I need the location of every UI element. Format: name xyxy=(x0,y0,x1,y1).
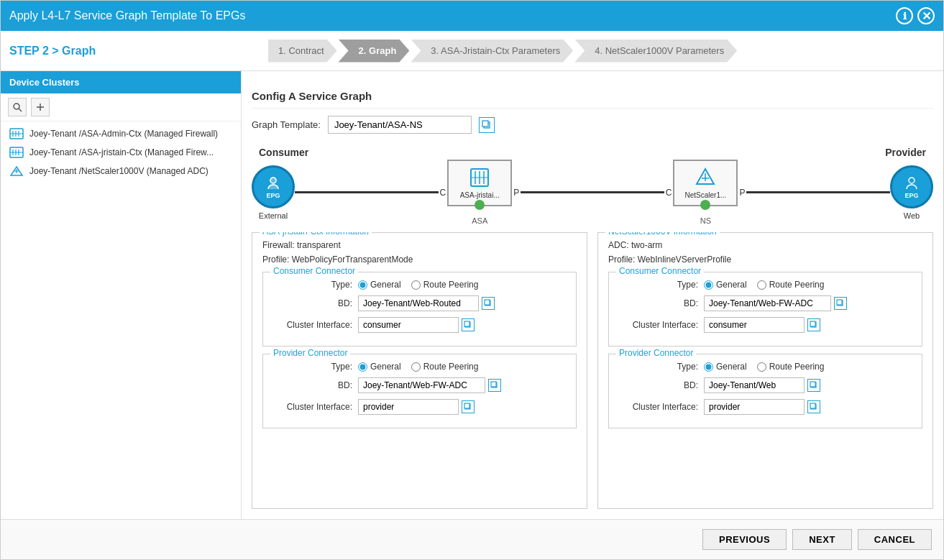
ns-provider-cluster-label: Cluster Interface: xyxy=(619,402,698,412)
sidebar-item-1[interactable]: Joey-Tenant /ASA-jristain-Ctx (Managed F… xyxy=(1,143,241,162)
ns-provider-route-radio[interactable] xyxy=(757,362,766,372)
info-icon[interactable]: ℹ xyxy=(896,7,913,24)
device-ns-status-dot xyxy=(700,200,710,210)
ns-provider-bd-select[interactable]: Joey-Tenant/Web xyxy=(704,377,805,393)
wizard-step-contract[interactable]: 1. Contract xyxy=(268,40,337,63)
asa-provider-bd-copy[interactable] xyxy=(488,379,501,392)
sidebar-item-0[interactable]: Joey-Tenant /ASA-Admin-Ctx (Managed Fire… xyxy=(1,124,241,143)
asa-provider-route-radio[interactable] xyxy=(411,362,421,372)
ns-provider-general-option[interactable]: General xyxy=(704,362,747,372)
graph-template-select[interactable]: Joey-Tenant/ASA-NS xyxy=(328,116,472,134)
asa-consumer-general-radio[interactable] xyxy=(358,280,367,290)
ns-consumer-cluster-select[interactable]: consumer xyxy=(704,317,805,333)
wizard-step-netscaler[interactable]: 4. NetScaler1000V Parameters xyxy=(574,40,737,63)
asa-provider-route-option[interactable]: Route Peering xyxy=(411,362,479,372)
next-button[interactable]: NEXT xyxy=(792,529,852,550)
ns-provider-type-radios: General Route Peering xyxy=(704,362,824,372)
close-icon[interactable]: ✕ xyxy=(917,7,935,24)
asa-consumer-cluster-select[interactable]: consumer xyxy=(358,317,459,333)
ns-consumer-cluster-label: Cluster Interface: xyxy=(619,320,698,330)
ns-consumer-route-radio[interactable] xyxy=(757,280,766,290)
step-header: STEP 2 > Graph 1. Contract 2. Graph 3. A… xyxy=(1,31,943,71)
epg-consumer: EPG External xyxy=(252,165,295,220)
ns-panel-title: NetScaler1000V Information xyxy=(605,232,720,237)
svg-point-29 xyxy=(909,178,915,183)
ns-consumer-type-radios: General Route Peering xyxy=(704,280,824,290)
asa-consumer-bd-copy[interactable] xyxy=(482,297,495,310)
ns-consumer-general-radio[interactable] xyxy=(704,280,713,290)
asa-provider-bd-select[interactable]: Joey-Tenant/Web-FW-ADC xyxy=(358,377,485,393)
asa-provider-type-row: Type: General Route Peering xyxy=(273,362,566,372)
asa-provider-cluster-select[interactable]: provider xyxy=(358,399,459,415)
graph-template-copy-icon[interactable] xyxy=(479,117,495,133)
asa-consumer-type-radios: General Route Peering xyxy=(358,280,478,290)
asa-provider-cluster-copy[interactable] xyxy=(462,400,475,413)
footer: PREVIOUS NEXT CANCEL xyxy=(1,519,943,559)
asa-consumer-bd-select[interactable]: Joey-Tenant/Web-Routed xyxy=(358,295,479,311)
ns-provider-type-label: Type: xyxy=(619,362,698,372)
ns-consumer-type-row: Type: General Route Peering xyxy=(619,280,912,290)
ns-provider-bd-row: BD: Joey-Tenant/Web xyxy=(619,377,912,393)
wizard-step-asa[interactable]: 3. ASA-Jristain-Ctx Parameters xyxy=(411,40,573,63)
sidebar-item-label-0: Joey-Tenant /ASA-Admin-Ctx (Managed Fire… xyxy=(29,129,218,139)
ns-consumer-connector: Consumer Connector Type: General xyxy=(608,272,922,346)
ns-provider-cluster-select[interactable]: provider xyxy=(704,399,805,415)
asa-provider-general-option[interactable]: General xyxy=(358,362,401,372)
epg-consumer-label: EPG xyxy=(266,192,280,199)
asa-consumer-cluster-copy[interactable] xyxy=(462,318,475,331)
asa-consumer-route-option[interactable]: Route Peering xyxy=(411,280,479,290)
asa-firewall-row: Firewall: transparent xyxy=(262,240,577,250)
svg-rect-31 xyxy=(485,300,490,305)
ns-consumer-route-option[interactable]: Route Peering xyxy=(757,280,825,290)
ns-provider-route-option[interactable]: Route Peering xyxy=(757,362,825,372)
ns-consumer-bd-select[interactable]: Joey-Tenant/Web-FW-ADC xyxy=(704,295,831,311)
ns-consumer-type-label: Type: xyxy=(619,280,698,290)
ns-consumer-bd-select-row: Joey-Tenant/Web-FW-ADC xyxy=(704,295,847,311)
epg-provider-label: EPG xyxy=(905,192,919,199)
asa-provider-type-radios: General Route Peering xyxy=(358,362,478,372)
graph-template-label: Graph Template: xyxy=(252,119,321,130)
ns-provider-cluster-copy[interactable] xyxy=(807,400,820,413)
asa-provider-type-label: Type: xyxy=(273,362,352,372)
consumer-label: Consumer xyxy=(259,147,308,158)
device-asa-type: ASA xyxy=(472,216,487,225)
asa-consumer-connector: Consumer Connector Type: General xyxy=(262,272,577,346)
ns-consumer-cluster-copy[interactable] xyxy=(807,318,820,331)
connector-c2: C xyxy=(666,188,672,198)
main-area: Config A Service Graph Graph Template: J… xyxy=(242,71,943,519)
svg-rect-45 xyxy=(810,403,815,408)
ns-provider-connector-title: Provider Connector xyxy=(616,348,696,358)
ns-profile-label: Profile: xyxy=(608,254,635,265)
ns-provider-connector: Provider Connector Type: General xyxy=(608,354,922,428)
asa-profile-row: Profile: WebPolicyForTransparentMode xyxy=(262,254,577,265)
asa-consumer-general-option[interactable]: General xyxy=(358,280,401,290)
sidebar-item-2[interactable]: Joey-Tenant /NetScaler1000V (Managed ADC… xyxy=(1,162,241,180)
ns-provider-general-radio[interactable] xyxy=(704,362,713,372)
asa-provider-cluster-label: Cluster Interface: xyxy=(273,402,352,412)
asa-consumer-type-row: Type: General Route Peering xyxy=(273,280,566,290)
title-bar: Apply L4-L7 Service Graph Template To EP… xyxy=(1,1,943,31)
ns-consumer-general-option[interactable]: General xyxy=(704,280,747,290)
asa-consumer-route-radio[interactable] xyxy=(411,280,421,290)
graph-canvas: EPG External C xyxy=(252,160,933,225)
previous-button[interactable]: PREVIOUS xyxy=(702,529,787,550)
dialog: Apply L4-L7 Service Graph Template To EP… xyxy=(0,0,944,560)
cancel-button[interactable]: CANCEL xyxy=(858,529,932,550)
ns-consumer-bd-copy[interactable] xyxy=(834,297,847,310)
asa-consumer-type-label: Type: xyxy=(273,280,352,290)
sidebar-search-btn[interactable] xyxy=(8,98,27,116)
asa-consumer-cluster-select-row: consumer xyxy=(358,317,475,333)
asa-provider-general-radio[interactable] xyxy=(358,362,367,372)
wizard-step-graph[interactable]: 2. Graph xyxy=(339,40,410,63)
asa-consumer-bd-row: BD: Joey-Tenant/Web-Routed xyxy=(273,295,566,311)
line-3 xyxy=(746,191,890,193)
ns-consumer-cluster-row: Cluster Interface: consumer xyxy=(619,317,912,333)
svg-rect-41 xyxy=(810,321,815,326)
ns-adc-value: two-arm xyxy=(631,240,662,250)
asa-provider-bd-row: BD: Joey-Tenant/Web-FW-ADC xyxy=(273,377,566,393)
ns-profile-value: WebInlineVServerProfile xyxy=(638,254,732,265)
device-asa: ASA-jristai... ASA xyxy=(447,160,512,225)
ns-provider-bd-copy[interactable] xyxy=(807,379,820,392)
svg-rect-37 xyxy=(464,403,469,408)
sidebar-add-btn[interactable] xyxy=(31,98,50,116)
